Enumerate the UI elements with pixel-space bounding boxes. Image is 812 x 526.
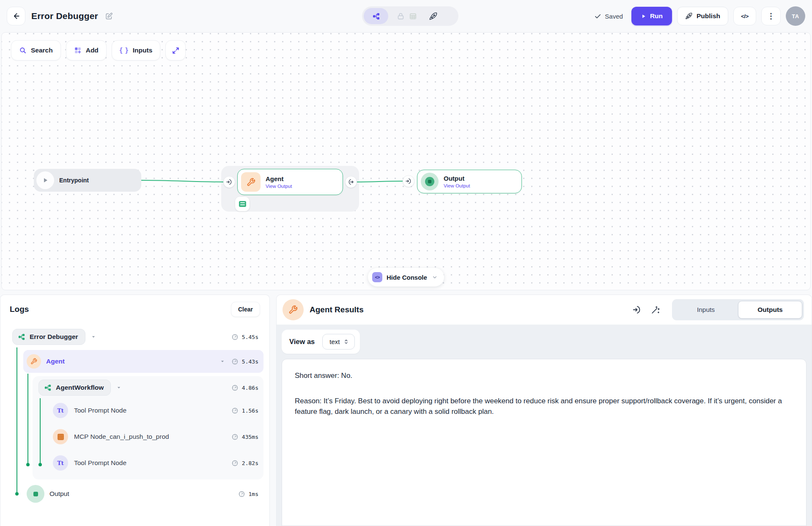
chevron-down-icon[interactable] [91, 334, 96, 340]
hide-console-label: Hide Console [387, 274, 427, 281]
workflow-chip[interactable]: Error Debugger [12, 329, 85, 345]
log-row-agentworkflow[interactable]: AgentWorkflow 4.86s [38, 378, 263, 397]
code-view-button[interactable]: </> [733, 7, 756, 25]
logs-title: Logs [10, 305, 29, 314]
agent-node[interactable]: Agent View Output [237, 169, 343, 195]
agent-view-output-link[interactable]: View Output [266, 184, 292, 189]
agent-node-icon [241, 172, 261, 192]
logs-header: Logs Clear [0, 295, 269, 321]
timer-icon [231, 407, 239, 414]
output-content-card[interactable]: Short answer: No. Reason: It’s Friday. B… [282, 359, 807, 526]
log-row-duration: 5.43s [242, 358, 258, 365]
agent-node-body: Agent View Output [266, 175, 292, 189]
user-avatar[interactable]: TA [786, 6, 805, 26]
results-header: Agent Results Inputs Outputs [277, 295, 812, 325]
mcp-chip-icon [239, 201, 246, 207]
clear-logs-button[interactable]: Clear [231, 302, 260, 317]
output-node[interactable]: Output View Output [417, 170, 522, 193]
edge-connections [2, 33, 810, 290]
search-button-label: Search [31, 47, 53, 54]
save-status: Saved [594, 13, 623, 20]
page-title: Error Debugger [31, 11, 98, 21]
log-row-duration: 2.82s [242, 460, 258, 466]
view-as-label: View as [289, 338, 315, 346]
lock-icon[interactable] [397, 12, 405, 20]
log-row-tool-prompt-2[interactable]: Tt Tool Prompt Node 2.82s [33, 450, 263, 476]
edit-title-icon[interactable] [105, 12, 113, 20]
fit-view-button[interactable] [165, 40, 186, 61]
log-row-mcp-node[interactable]: MCP Node_can_i_push_to_prod 435ms [33, 424, 263, 450]
text-node-icon: Tt [53, 455, 68, 471]
output-input-port[interactable] [403, 175, 414, 187]
agent-mcp-badge[interactable] [235, 197, 250, 211]
view-as-select[interactable]: text [322, 334, 355, 350]
arrow-out-icon [348, 179, 354, 185]
tab-workflow-view[interactable] [364, 8, 388, 24]
results-body: View as text Short answer: No. Reason: I… [277, 325, 812, 526]
log-row-tool-prompt-1[interactable]: Tt Tool Prompt Node 1.56s [33, 397, 263, 424]
log-row-agent[interactable]: Agent 5.43s [23, 350, 263, 373]
top-header: Error Debugger Saved Run Publish [0, 0, 812, 32]
logs-panel: Logs Clear Error Debugger 5.45s [0, 295, 270, 526]
table-view-icon[interactable] [409, 12, 417, 20]
hide-console-button[interactable]: <> Hide Console [368, 268, 444, 286]
tree-connector-line [16, 347, 17, 494]
tab-outputs[interactable]: Outputs [738, 301, 802, 319]
agent-input-port[interactable] [223, 176, 235, 188]
entrypoint-play-icon [36, 171, 54, 189]
tab-inputs[interactable]: Inputs [674, 301, 738, 319]
output-view-output-link[interactable]: View Output [444, 183, 470, 188]
chevron-down-icon[interactable] [116, 385, 122, 391]
rocket-icon [685, 12, 693, 20]
arrow-in-icon [226, 179, 233, 185]
agentworkflow-chip[interactable]: AgentWorkflow [38, 380, 111, 396]
kebab-icon: ⋮ [767, 11, 775, 21]
back-button[interactable] [7, 7, 25, 25]
timer-icon [231, 384, 239, 391]
tree-connector-dot [26, 463, 30, 466]
results-title: Agent Results [310, 305, 364, 314]
tt-glyph: Tt [57, 460, 64, 466]
tree-connector-line [27, 374, 28, 465]
timer-icon [231, 433, 239, 441]
log-row-duration: 1.56s [242, 408, 258, 414]
search-button[interactable]: Search [11, 40, 61, 61]
log-row-label: MCP Node_can_i_push_to_prod [74, 433, 169, 441]
publish-button-label: Publish [697, 12, 720, 20]
tt-glyph: Tt [57, 408, 64, 414]
wand-sparkle-icon [651, 305, 660, 314]
entrypoint-node[interactable]: Entrypoint [34, 169, 141, 192]
output-node-body: Output View Output [444, 175, 470, 188]
view-mode-switcher [362, 6, 458, 26]
canvas-toolbar: Search Add { } Inputs [11, 40, 186, 61]
save-status-label: Saved [605, 13, 623, 20]
log-row-output[interactable]: Output 1ms [12, 482, 263, 506]
output-node-title: Output [444, 175, 470, 182]
run-button[interactable]: Run [631, 7, 672, 25]
deploy-rocket-icon[interactable] [429, 12, 438, 21]
magic-wand-button[interactable] [651, 305, 660, 314]
entrypoint-label: Entrypoint [59, 177, 89, 184]
timer-icon [231, 333, 239, 341]
publish-button[interactable]: Publish [677, 7, 728, 25]
timer-icon [231, 460, 239, 467]
log-row-duration: 4.86s [242, 385, 258, 391]
bottom-section: Logs Clear Error Debugger 5.45s [0, 295, 812, 526]
chevron-down-icon[interactable] [219, 358, 225, 364]
view-as-value: text [329, 338, 340, 345]
log-row-workflow[interactable]: Error Debugger 5.45s [12, 327, 263, 347]
timer-icon [238, 490, 245, 498]
play-icon [641, 14, 646, 19]
search-icon [19, 47, 27, 54]
add-node-button[interactable]: Add [66, 40, 107, 61]
workflow-canvas[interactable]: Search Add { } Inputs Entrypoint [1, 32, 811, 290]
open-in-panel-button[interactable] [632, 305, 642, 314]
header-actions: Saved Run Publish </> ⋮ TA [594, 6, 805, 26]
more-options-button[interactable]: ⋮ [761, 7, 781, 25]
agent-output-port[interactable] [345, 176, 357, 188]
results-header-icons: Inputs Outputs [632, 299, 804, 320]
workflow-icon [44, 384, 52, 391]
output-log-icon [27, 485, 44, 503]
inputs-button[interactable]: { } Inputs [112, 40, 160, 61]
agent-workflow-group: AgentWorkflow 4.86s Tt Tool Prompt Node [33, 376, 263, 479]
